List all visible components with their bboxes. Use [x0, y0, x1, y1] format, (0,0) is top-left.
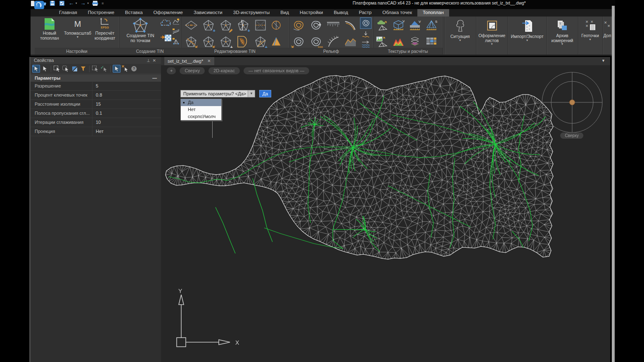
print-icon[interactable] [92, 0, 98, 7]
tin-cone-icon[interactable] [270, 34, 282, 50]
contour-labels-icon[interactable] [308, 17, 324, 33]
sheet-layout-dropdown-icon[interactable]: ▼ [490, 43, 493, 45]
create-tin-by-raster-icon[interactable] [160, 32, 172, 44]
viewport-add-control[interactable]: + [167, 67, 176, 74]
collapse-icon[interactable]: — [152, 74, 157, 82]
texture-from-image-icon[interactable] [374, 34, 390, 50]
texture-from-cloud-icon[interactable] [374, 17, 390, 33]
select-move-tool[interactable] [92, 65, 99, 73]
profile-icon[interactable] [343, 34, 358, 50]
param-value[interactable]: 5 [92, 82, 161, 90]
tin-delete-vertex-icon[interactable]: ✕ [183, 34, 199, 50]
situation-dropdown-icon[interactable]: ▼ [459, 39, 462, 42]
tin-clip-circle-icon[interactable] [270, 17, 282, 33]
toposcale-dropdown-icon[interactable]: ▼ [76, 36, 79, 38]
param-value[interactable]: 15 [92, 100, 161, 109]
tin-from-surface-icon[interactable] [172, 17, 180, 26]
measure-archive-dropdown-icon[interactable]: ▼ [561, 43, 564, 45]
tin-add-vertex-icon[interactable]: + [201, 17, 216, 33]
option-save-default[interactable]: сохрпоУмолч [181, 113, 221, 120]
select-clear-tool[interactable]: ✕ [121, 65, 129, 73]
area-surface-icon[interactable]: S [424, 17, 439, 33]
select-lasso-tool[interactable] [62, 65, 70, 73]
tab-vstavka[interactable]: Вставка [120, 9, 148, 17]
tab-oblaka-tochek[interactable]: Облака точек [377, 9, 417, 17]
tin-from-objects-icon[interactable] [172, 37, 180, 45]
save-all-icon[interactable] [59, 0, 65, 7]
select-filter-tool[interactable] [79, 65, 87, 73]
toposcale-button[interactable]: M Топомасштаб ▼ [64, 18, 92, 38]
document-tab[interactable]: set_iz_txt__.dwg* ✕ [164, 57, 214, 65]
param-value[interactable]: Нет [92, 127, 161, 136]
option-yes[interactable]: ■Да [181, 99, 221, 106]
import-export-dropdown-icon[interactable]: ▼ [526, 39, 529, 42]
tin-merge-icon[interactable] [172, 27, 180, 35]
dop-button[interactable]: ✕✕ Доп [602, 17, 612, 54]
contour-smooth-icon[interactable] [360, 17, 372, 29]
close-icon[interactable]: ✕ [153, 58, 159, 63]
tin-fill-area-icon[interactable] [235, 34, 251, 50]
select-add-tool[interactable]: + [32, 65, 40, 73]
visual-style-control[interactable]: 2D-каркас [208, 67, 240, 74]
select-rect-tool[interactable] [53, 65, 61, 73]
tin-add-edge-icon[interactable]: + [253, 34, 268, 50]
tab-topoplan[interactable]: Топоплан [417, 9, 449, 17]
view-navigation-wheel[interactable] [539, 69, 606, 136]
select-apply-tool[interactable]: ✓ [100, 65, 108, 73]
contour-height-icon[interactable]: 100 [308, 34, 324, 50]
delete-contour-icon[interactable]: ✕ [291, 34, 306, 50]
contours-icon[interactable] [291, 17, 306, 33]
tin-boundary-icon[interactable] [253, 17, 268, 33]
tin-edit-vertex-icon[interactable] [218, 17, 234, 33]
height-colors-icon[interactable] [391, 34, 406, 50]
create-tin-by-points-button[interactable]: Создание TIN по точкам [120, 18, 161, 43]
tab-close-icon[interactable]: ✕ [207, 57, 211, 65]
command-prompt-input[interactable]: Применить параметры? <Да> [180, 90, 248, 97]
hatch-ticks-icon[interactable] [325, 17, 341, 33]
qat-customize-icon[interactable]: ≡ [102, 1, 104, 5]
volume-box-icon[interactable]: V [391, 17, 406, 33]
properties-panel-header[interactable]: Свойства ⊥✕ [31, 57, 161, 64]
parameters-section-header[interactable]: Параметры — [31, 74, 161, 82]
tin-delete-edge-icon[interactable]: ✕ [201, 34, 216, 50]
select-tool[interactable] [41, 65, 49, 73]
option-no[interactable]: Нет [181, 106, 221, 113]
tin-add-breakline-icon[interactable]: + [235, 17, 251, 33]
tab-rastr[interactable]: Растр [353, 9, 377, 17]
calc-table-icon[interactable] [424, 34, 439, 50]
pin-icon[interactable]: ⊥ [147, 58, 153, 63]
slope-fan-icon[interactable] [325, 34, 341, 50]
wheel-center-handle[interactable] [570, 100, 575, 105]
surface-layers-icon[interactable] [407, 34, 423, 50]
situation-button[interactable]: Ситуация ▼ [444, 17, 476, 54]
tab-vid[interactable]: Вид [275, 9, 294, 17]
param-value[interactable]: 0.8 [92, 91, 161, 99]
linked-views-control[interactable]: — нет связанных видов — [244, 67, 309, 74]
view-direction-control[interactable]: Сверху [180, 67, 205, 74]
param-value[interactable]: 10 [92, 118, 161, 127]
tab-zavisimosti[interactable]: Зависимости [188, 9, 228, 17]
select-invert-tool[interactable] [71, 65, 78, 73]
tab-glavnaya[interactable]: Главная [54, 9, 83, 17]
drape-icon[interactable] [361, 31, 371, 40]
measure-archive-button[interactable]: T Архив измерений ▼ [547, 17, 578, 54]
prompt-accept-button[interactable]: Да [259, 90, 271, 97]
geopoints-dropdown-icon[interactable]: ▼ [589, 38, 592, 41]
tab-oformlenie[interactable]: Оформление [148, 9, 188, 17]
undo-icon[interactable]: ← [69, 0, 74, 6]
redo-dropdown-icon[interactable]: ▾ [88, 2, 89, 5]
geopoints-button[interactable]: ✕✕✕ Геоточки ▼ [578, 17, 602, 54]
select-mode-tool[interactable] [113, 65, 121, 73]
volume-surface-icon[interactable]: V [407, 17, 423, 33]
sheet-layout-button[interactable]: Оформление листов ▼ [476, 17, 507, 54]
tab-3d-instrumenty[interactable]: 3D-инструменты [228, 9, 275, 17]
tin-edge-swap-icon[interactable] [183, 17, 199, 33]
undo-dropdown-icon[interactable]: ▾ [76, 2, 77, 5]
new-topoplan-button[interactable]: Новый топоплан [36, 18, 63, 40]
tab-list-chevron-icon[interactable]: ▼ [601, 59, 605, 63]
tin-move-vertex-icon[interactable]: + [218, 34, 234, 50]
tab-vyvod[interactable]: Вывод [328, 9, 353, 17]
recalc-coordinates-button[interactable]: EPSG Пересчёт координат [92, 18, 118, 40]
create-tin-by-contours-icon[interactable] [159, 17, 172, 28]
param-value[interactable]: 0.1 [92, 109, 161, 118]
